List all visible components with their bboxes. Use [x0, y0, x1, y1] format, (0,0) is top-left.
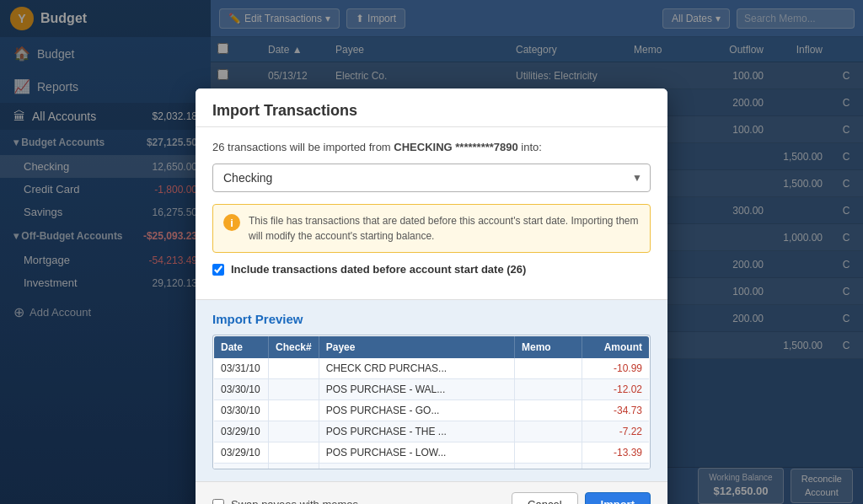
warning-text: This file has transactions that are date…	[249, 213, 640, 244]
swap-payees-label[interactable]: Swap payees with memos	[231, 498, 358, 504]
table-row[interactable]: 03/30/10 POS PURCHASE - WAL... -12.02	[214, 379, 650, 400]
preview-date-cell: 03/31/10	[214, 358, 269, 379]
modal-body: 26 transactions will be imported from CH…	[196, 127, 667, 299]
account-dropdown-wrapper: Checking Credit Card Savings ▼	[212, 164, 651, 192]
preview-check-cell: 1395	[269, 464, 319, 470]
modal-description: 26 transactions will be imported from CH…	[212, 141, 651, 153]
import-preview-title: Import Preview	[212, 312, 651, 326]
preview-date-header: Date	[214, 336, 269, 359]
preview-payee-cell: POS PURCHASE - WAL...	[319, 379, 514, 400]
preview-payee-cell: POS PURCHASE - THE ...	[319, 421, 514, 442]
preview-memo-cell	[515, 442, 582, 464]
preview-memo-cell	[515, 379, 582, 400]
footer-left: Swap payees with memos	[212, 498, 358, 504]
preview-payee-cell: CHECK CRD PURCHAS...	[319, 358, 514, 379]
preview-amount-cell: -7.22	[582, 421, 650, 442]
preview-table: Date Check# Payee Memo Amount 03/31/10 C…	[213, 335, 650, 469]
preview-table-scroll[interactable]: Date Check# Payee Memo Amount 03/31/10 C…	[213, 335, 650, 469]
table-row[interactable]: 03/30/10 POS PURCHASE - GO... -34.73	[214, 400, 650, 421]
import-preview-section: Import Preview Date Check# Payee Memo Am…	[196, 300, 667, 481]
import-transactions-modal: Import Transactions 26 transactions will…	[196, 88, 667, 504]
preview-memo-cell	[515, 400, 582, 421]
preview-amount-cell: -34.73	[582, 400, 650, 421]
modal-title-bar: Import Transactions	[196, 88, 667, 127]
preview-payee-cell: CHECK #1395	[319, 464, 514, 470]
warning-box: i This file has transactions that are da…	[212, 204, 651, 253]
preview-memo-cell	[515, 464, 582, 470]
preview-date-cell: 03/30/10	[214, 400, 269, 421]
preview-payee-cell: POS PURCHASE - GO...	[319, 400, 514, 421]
modal-footer: Swap payees with memos Cancel Import	[196, 481, 667, 504]
include-checkbox[interactable]	[212, 264, 224, 276]
preview-payee-cell: POS PURCHASE - LOW...	[319, 442, 514, 464]
table-row[interactable]: 03/29/10 POS PURCHASE - THE ... -7.22	[214, 421, 650, 442]
table-row[interactable]: 03/29/10 POS PURCHASE - LOW... -13.39	[214, 442, 650, 464]
cancel-button[interactable]: Cancel	[512, 492, 577, 504]
preview-date-cell: 03/29/10	[214, 442, 269, 464]
preview-check-cell	[269, 400, 319, 421]
import-button[interactable]: Import	[585, 492, 651, 504]
preview-date-cell: 03/30/10	[214, 379, 269, 400]
include-checkbox-row: Include transactions dated before accoun…	[212, 263, 651, 276]
preview-amount-cell: -12.02	[582, 379, 650, 400]
preview-amount-cell: -10.99	[582, 358, 650, 379]
table-row[interactable]: 03/31/10 CHECK CRD PURCHAS... -10.99	[214, 358, 650, 379]
preview-memo-cell	[515, 421, 582, 442]
swap-payees-checkbox[interactable]	[212, 499, 224, 505]
modal-title: Import Transactions	[212, 102, 651, 120]
preview-table-wrapper: Date Check# Payee Memo Amount 03/31/10 C…	[212, 335, 651, 469]
include-checkbox-label[interactable]: Include transactions dated before accoun…	[231, 263, 526, 276]
preview-date-cell: 03/29/10	[214, 421, 269, 442]
preview-amount-cell: -15.00	[582, 464, 650, 470]
footer-right: Cancel Import	[512, 492, 651, 504]
preview-check-cell	[269, 379, 319, 400]
account-dropdown[interactable]: Checking Credit Card Savings	[212, 164, 651, 192]
warning-icon: i	[223, 214, 240, 231]
preview-check-cell	[269, 442, 319, 464]
preview-amount-cell: -13.39	[582, 442, 650, 464]
table-row[interactable]: 03/28/10 1395 CHECK #1395 -15.00	[214, 464, 650, 470]
preview-check-header: Check#	[269, 336, 319, 359]
preview-payee-header: Payee	[319, 336, 514, 359]
preview-date-cell: 03/28/10	[214, 464, 269, 470]
preview-check-cell	[269, 421, 319, 442]
preview-amount-header: Amount	[582, 336, 650, 359]
preview-memo-header: Memo	[515, 336, 582, 359]
preview-memo-cell	[515, 358, 582, 379]
preview-check-cell	[269, 358, 319, 379]
